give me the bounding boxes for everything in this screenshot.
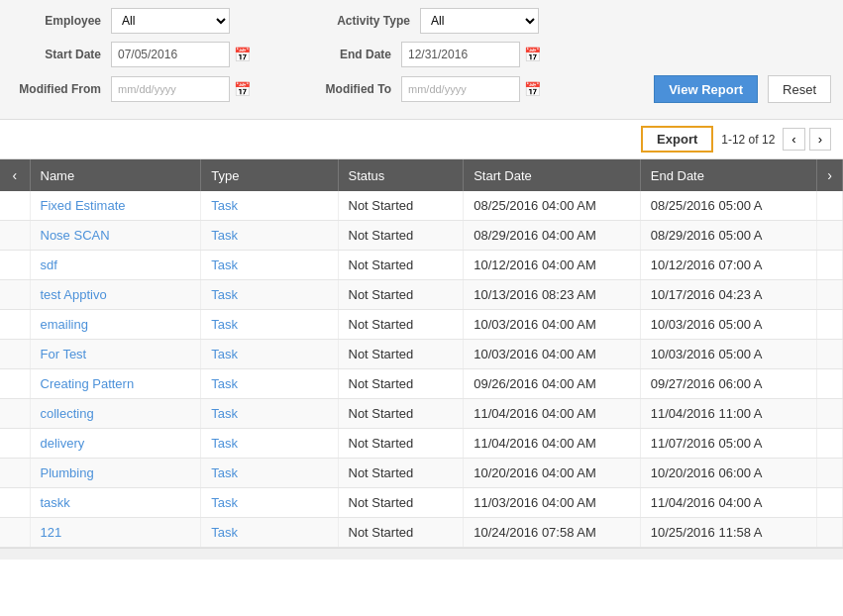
cell-index bbox=[0, 280, 30, 310]
cell-extra bbox=[817, 429, 843, 459]
export-button[interactable]: Export bbox=[641, 126, 713, 153]
cell-start-date: 10/24/2016 07:58 AM bbox=[464, 518, 641, 548]
employee-select[interactable]: All bbox=[111, 8, 230, 34]
cell-index bbox=[0, 369, 30, 399]
cell-name[interactable]: collecting bbox=[30, 399, 201, 429]
table-row: For Test Task Not Started 10/03/2016 04:… bbox=[0, 340, 843, 369]
cell-status: Not Started bbox=[338, 251, 464, 280]
cell-start-date: 11/03/2016 04:00 AM bbox=[464, 488, 641, 518]
cell-extra bbox=[817, 459, 843, 488]
table-row: Plumbing Task Not Started 10/20/2016 04:… bbox=[0, 459, 843, 488]
th-nav-prev[interactable]: ‹ bbox=[0, 159, 30, 191]
end-date-calendar-icon[interactable]: 📅 bbox=[524, 47, 541, 62]
modified-to-wrap: 📅 bbox=[401, 76, 541, 102]
cell-extra bbox=[817, 251, 843, 280]
cell-extra bbox=[817, 310, 843, 340]
table-row: Creating Pattern Task Not Started 09/26/… bbox=[0, 369, 843, 399]
cell-extra bbox=[817, 340, 843, 369]
cell-status: Not Started bbox=[338, 429, 464, 459]
modified-from-calendar-icon[interactable]: 📅 bbox=[234, 81, 251, 97]
end-date-input[interactable] bbox=[401, 42, 520, 67]
table-row: Fixed Estimate Task Not Started 08/25/20… bbox=[0, 191, 843, 221]
cell-status: Not Started bbox=[338, 340, 464, 369]
table-row: 121 Task Not Started 10/24/2016 07:58 AM… bbox=[0, 518, 843, 548]
cell-start-date: 10/20/2016 04:00 AM bbox=[464, 459, 641, 488]
cell-end-date: 11/07/2016 05:00 A bbox=[640, 429, 817, 459]
pagination: 1-12 of 12 ‹ › bbox=[721, 128, 831, 151]
activity-type-select-wrap: All bbox=[420, 8, 539, 34]
cell-type: Task bbox=[201, 488, 338, 518]
cell-end-date: 10/03/2016 05:00 A bbox=[640, 340, 817, 369]
cell-name[interactable]: taskk bbox=[30, 488, 201, 518]
cell-index bbox=[0, 221, 30, 251]
cell-name[interactable]: delivery bbox=[30, 429, 201, 459]
start-date-input[interactable] bbox=[111, 42, 230, 67]
reset-button[interactable]: Reset bbox=[768, 75, 831, 103]
activity-type-select[interactable]: All bbox=[420, 8, 539, 34]
filter-row-1: Employee All Activity Type All bbox=[12, 8, 831, 34]
modified-from-label: Modified From bbox=[12, 82, 101, 96]
modified-to-calendar-icon[interactable]: 📅 bbox=[524, 81, 541, 97]
activity-type-label: Activity Type bbox=[321, 14, 410, 28]
cell-type: Task bbox=[201, 310, 338, 340]
th-name: Name bbox=[30, 159, 201, 191]
cell-extra bbox=[817, 221, 843, 251]
cell-extra bbox=[817, 280, 843, 310]
cell-status: Not Started bbox=[338, 280, 464, 310]
cell-status: Not Started bbox=[338, 369, 464, 399]
cell-end-date: 08/29/2016 05:00 A bbox=[640, 221, 817, 251]
cell-type: Task bbox=[201, 369, 338, 399]
cell-name[interactable]: Creating Pattern bbox=[30, 369, 201, 399]
cell-end-date: 11/04/2016 11:00 A bbox=[640, 399, 817, 429]
th-start-date: Start Date bbox=[464, 159, 641, 191]
view-report-button[interactable]: View Report bbox=[654, 75, 758, 103]
filter-bar: Employee All Activity Type All Start Dat… bbox=[0, 0, 843, 120]
cell-name[interactable]: test Apptivo bbox=[30, 280, 201, 310]
cell-start-date: 11/04/2016 04:00 AM bbox=[464, 399, 641, 429]
cell-extra bbox=[817, 518, 843, 548]
cell-index bbox=[0, 191, 30, 221]
cell-extra bbox=[817, 399, 843, 429]
cell-status: Not Started bbox=[338, 488, 464, 518]
end-date-wrap: 📅 bbox=[401, 42, 541, 67]
cell-type: Task bbox=[201, 280, 338, 310]
cell-start-date: 09/26/2016 04:00 AM bbox=[464, 369, 641, 399]
pagination-prev-button[interactable]: ‹ bbox=[783, 128, 804, 151]
cell-name[interactable]: 121 bbox=[30, 518, 201, 548]
scrollbar[interactable] bbox=[0, 548, 843, 560]
cell-name[interactable]: Nose SCAN bbox=[30, 221, 201, 251]
table-row: taskk Task Not Started 11/03/2016 04:00 … bbox=[0, 488, 843, 518]
cell-index bbox=[0, 399, 30, 429]
cell-name[interactable]: sdf bbox=[30, 251, 201, 280]
cell-type: Task bbox=[201, 429, 338, 459]
table-header-row: ‹ Name Type Status Start Date End Date › bbox=[0, 159, 843, 191]
cell-start-date: 11/04/2016 04:00 AM bbox=[464, 429, 641, 459]
cell-name[interactable]: emailing bbox=[30, 310, 201, 340]
th-nav-next[interactable]: › bbox=[817, 159, 843, 191]
cell-index bbox=[0, 518, 30, 548]
table-row: sdf Task Not Started 10/12/2016 04:00 AM… bbox=[0, 251, 843, 280]
modified-from-wrap: 📅 bbox=[111, 76, 251, 102]
cell-status: Not Started bbox=[338, 399, 464, 429]
table-row: Nose SCAN Task Not Started 08/29/2016 04… bbox=[0, 221, 843, 251]
cell-name[interactable]: Fixed Estimate bbox=[30, 191, 201, 221]
modified-to-input[interactable] bbox=[401, 76, 520, 102]
cell-status: Not Started bbox=[338, 191, 464, 221]
table-row: delivery Task Not Started 11/04/2016 04:… bbox=[0, 429, 843, 459]
pagination-next-button[interactable]: › bbox=[809, 128, 831, 151]
cell-end-date: 09/27/2016 06:00 A bbox=[640, 369, 817, 399]
start-date-label: Start Date bbox=[12, 48, 101, 61]
cell-end-date: 08/25/2016 05:00 A bbox=[640, 191, 817, 221]
cell-type: Task bbox=[201, 340, 338, 369]
cell-end-date: 11/04/2016 04:00 A bbox=[640, 488, 817, 518]
cell-status: Not Started bbox=[338, 310, 464, 340]
cell-end-date: 10/17/2016 04:23 A bbox=[640, 280, 817, 310]
cell-name[interactable]: For Test bbox=[30, 340, 201, 369]
end-date-label: End Date bbox=[302, 48, 391, 61]
modified-from-input[interactable] bbox=[111, 76, 230, 102]
cell-status: Not Started bbox=[338, 518, 464, 548]
cell-status: Not Started bbox=[338, 459, 464, 488]
start-date-calendar-icon[interactable]: 📅 bbox=[234, 47, 251, 62]
cell-extra bbox=[817, 191, 843, 221]
cell-name[interactable]: Plumbing bbox=[30, 459, 201, 488]
